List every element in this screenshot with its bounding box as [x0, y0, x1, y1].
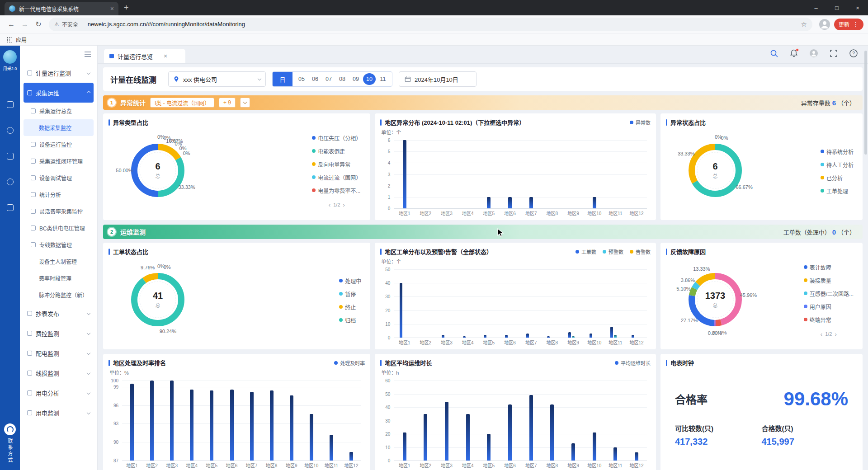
- legend-item[interactable]: 处理中: [339, 277, 361, 285]
- sidebar-item[interactable]: 设备运行监控: [24, 136, 94, 153]
- legend-item[interactable]: 平均运维时长: [615, 359, 651, 367]
- notification-bell-icon[interactable]: [789, 49, 798, 58]
- minimize-button[interactable]: –: [806, 0, 826, 15]
- help-icon[interactable]: ?: [849, 49, 858, 58]
- sidebar-item[interactable]: 采集运维闭环管理: [24, 153, 94, 169]
- legend-pagination[interactable]: ‹1/2›: [804, 331, 854, 338]
- rail-report-icon[interactable]: [7, 127, 14, 134]
- legend-label: 互感器/二次回路...: [810, 290, 854, 297]
- legend-item[interactable]: 终端异常: [804, 316, 854, 324]
- legend-item[interactable]: 处理及时率: [334, 359, 365, 367]
- bar-chart: 0123456地区1地区2地区3地区4地区5地区6地区7地区8地区9地区10地区…: [380, 136, 651, 216]
- new-tab-button[interactable]: +: [124, 4, 129, 12]
- legend-item[interactable]: 告警数: [630, 248, 651, 255]
- rail-tools-icon[interactable]: [7, 179, 14, 185]
- legend-item[interactable]: 电压失压（分相）: [312, 134, 361, 142]
- exception-filter-chip[interactable]: I类 - 电流过流（国网）: [150, 98, 214, 108]
- legend-item[interactable]: 电流过流（国网）: [312, 174, 361, 181]
- sidebar-item[interactable]: 数据采集监控: [24, 119, 94, 136]
- legend-item[interactable]: 已分析: [821, 174, 854, 182]
- sidebar-item[interactable]: 配电监测: [24, 343, 94, 363]
- rail-monitor-icon[interactable]: [7, 101, 14, 108]
- browser-tab[interactable]: 新一代用电信息采集系统 ×: [5, 2, 118, 15]
- rail-archive-icon[interactable]: [7, 153, 14, 160]
- update-button[interactable]: 更新 ⋮: [834, 19, 863, 30]
- sidebar-item[interactable]: 用电分析: [24, 383, 94, 403]
- search-icon[interactable]: [769, 49, 778, 58]
- legend-item[interactable]: 预警数: [603, 248, 623, 255]
- kebab-menu-icon[interactable]: ⋮: [853, 21, 859, 28]
- sidebar-item[interactable]: 设备调试管理: [24, 169, 94, 186]
- browser-profile-avatar[interactable]: [819, 19, 830, 30]
- address-bar[interactable]: ⚠ 不安全 neweic.js.sgcc.com.cn/#/com/runnin…: [49, 18, 812, 31]
- apps-grid-icon[interactable]: [6, 37, 12, 42]
- back-button[interactable]: ←: [5, 18, 18, 31]
- apps-label[interactable]: 应用: [16, 36, 27, 43]
- day-option[interactable]: 11: [377, 73, 389, 85]
- close-button[interactable]: ×: [847, 0, 868, 15]
- sidebar-item[interactable]: 统计分析: [24, 186, 94, 203]
- maximize-button[interactable]: □: [826, 0, 847, 15]
- sidebar-item[interactable]: 用电监测: [24, 403, 94, 423]
- reload-button[interactable]: ↻: [32, 18, 45, 31]
- legend-item[interactable]: 工单处理: [821, 187, 854, 195]
- url-text[interactable]: neweic.js.sgcc.com.cn/#/com/runningMonit…: [88, 21, 798, 28]
- user-avatar[interactable]: [809, 49, 818, 58]
- exception-filter-more-chip[interactable]: + 9: [219, 98, 236, 108]
- pager-next-icon[interactable]: ›: [835, 331, 836, 338]
- forward-button[interactable]: →: [18, 18, 32, 31]
- pager-prev-icon[interactable]: ‹: [821, 331, 822, 338]
- legend-item[interactable]: 暂停: [339, 290, 361, 298]
- bookmark-star-icon[interactable]: ☆: [801, 20, 807, 28]
- security-label[interactable]: 不安全: [62, 20, 78, 28]
- day-option[interactable]: 05: [295, 73, 308, 85]
- bar: [593, 197, 596, 208]
- day-option[interactable]: 09: [349, 73, 362, 85]
- company-select[interactable]: xxx 供电公司: [168, 71, 266, 87]
- sidebar-item[interactable]: 灵活费率采集监控: [24, 203, 94, 220]
- sidebar-item[interactable]: 采集运行总览: [24, 103, 94, 119]
- legend-item[interactable]: 待人工分析: [821, 161, 854, 169]
- legend-item[interactable]: 电量为零费率不...: [312, 187, 361, 194]
- sidebar-item[interactable]: BC类供电电压管理: [24, 220, 94, 236]
- legend-item[interactable]: 用户原因: [804, 303, 854, 310]
- date-picker[interactable]: 2024年10月10日: [399, 71, 476, 87]
- legend-item[interactable]: 终止: [339, 303, 361, 311]
- legend-item[interactable]: 归档: [339, 316, 361, 324]
- day-option[interactable]: 10: [363, 73, 376, 85]
- day-option[interactable]: 06: [309, 73, 321, 85]
- day-option[interactable]: 08: [336, 73, 349, 85]
- sidebar-item[interactable]: 抄表发布: [24, 303, 94, 323]
- pager-next-icon[interactable]: ›: [343, 202, 345, 208]
- sidebar-item[interactable]: 费控监测: [24, 323, 94, 343]
- fullscreen-icon[interactable]: [829, 49, 838, 58]
- contact-section[interactable]: 联系方式: [4, 423, 16, 464]
- sidebar-item[interactable]: 费率时段管理: [24, 270, 94, 287]
- period-mode-button[interactable]: 日: [273, 72, 292, 86]
- legend-item[interactable]: 电能表倒走: [312, 147, 361, 155]
- chart-unit: 单位：个: [381, 258, 651, 265]
- sidebar-item[interactable]: 脉冲分路监控（新）: [24, 287, 94, 303]
- sidebar-item[interactable]: 计量运行监测: [24, 63, 94, 83]
- sidebar-item[interactable]: 采集运维: [24, 83, 94, 103]
- tab-close-icon[interactable]: ×: [164, 52, 167, 60]
- filter-dropdown-button[interactable]: [240, 98, 250, 108]
- rail-badge-icon[interactable]: [7, 204, 14, 211]
- legend-item[interactable]: 装接质量: [804, 277, 854, 284]
- day-option[interactable]: 07: [322, 73, 335, 85]
- sidebar-item[interactable]: 线损监测: [24, 363, 94, 383]
- sidebar-item[interactable]: 专线数据管理: [24, 236, 94, 253]
- sidebar-collapse-icon[interactable]: [85, 54, 91, 55]
- legend-item[interactable]: 互感器/二次回路...: [804, 290, 854, 297]
- legend-item[interactable]: 表计故障: [804, 263, 854, 271]
- legend-item[interactable]: 待系统分析: [821, 148, 854, 155]
- tab-close-icon[interactable]: ×: [110, 5, 114, 12]
- tab-metering-overview[interactable]: 计量运行总览 ×: [104, 49, 185, 63]
- sidebar-item[interactable]: 设备主人制管理: [24, 253, 94, 270]
- legend-pagination[interactable]: ‹1/2›: [312, 202, 361, 208]
- legend-item[interactable]: 工单数: [576, 248, 596, 255]
- legend-item[interactable]: 反向电量异常: [312, 160, 361, 168]
- pager-prev-icon[interactable]: ‹: [329, 202, 330, 208]
- legend-item[interactable]: 异常数: [630, 119, 651, 126]
- page-scrollbar[interactable]: [864, 51, 867, 155]
